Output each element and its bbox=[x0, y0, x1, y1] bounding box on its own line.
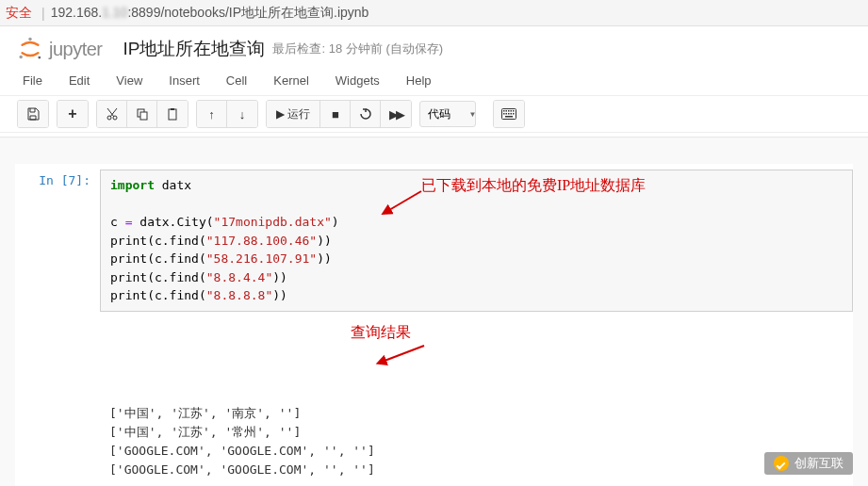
keyboard-icon bbox=[501, 108, 516, 120]
svg-rect-13 bbox=[511, 110, 513, 112]
paste-button[interactable] bbox=[157, 101, 188, 127]
svg-rect-18 bbox=[511, 113, 513, 115]
security-warning: 安全 bbox=[6, 5, 32, 22]
annotation-db-label: 已下载到本地的免费IP地址数据库 bbox=[421, 174, 646, 197]
menu-file[interactable]: File bbox=[23, 73, 42, 88]
output-line: ['中国', '江苏', '南京', ''] bbox=[109, 404, 843, 423]
notebook-container: In [7]: 已下载到本地的免费IP地址数据库 import datx c =… bbox=[0, 137, 868, 486]
save-icon bbox=[26, 107, 40, 121]
svg-line-21 bbox=[389, 191, 421, 210]
menu-edit[interactable]: Edit bbox=[69, 73, 90, 88]
jupyter-logo-text: jupyter bbox=[49, 39, 103, 60]
menu-insert[interactable]: Insert bbox=[169, 73, 200, 88]
watermark: 创新互联 bbox=[764, 452, 853, 475]
menu-help[interactable]: Help bbox=[406, 73, 432, 88]
svg-rect-19 bbox=[513, 113, 515, 115]
copy-icon bbox=[136, 107, 149, 121]
move-down-button[interactable]: ↓ bbox=[227, 101, 257, 127]
code-line: print(c.find("8.8.8.8")) bbox=[110, 286, 843, 305]
output-line: ['GOOGLE.COM', 'GOOGLE.COM', '', ''] bbox=[109, 442, 843, 461]
svg-rect-20 bbox=[505, 116, 513, 118]
svg-rect-6 bbox=[140, 112, 147, 120]
arrow-up-icon: ↑ bbox=[208, 107, 215, 122]
code-line: print(c.find("8.8.4.4")) bbox=[110, 268, 843, 287]
checkpoint-status: 最后检查: 18 分钟前 (自动保存) bbox=[272, 40, 443, 57]
svg-line-22 bbox=[385, 346, 424, 361]
restart-icon bbox=[359, 107, 372, 121]
notebook-header: jupyter IP地址所在地查询 最后检查: 18 分钟前 (自动保存) bbox=[0, 26, 868, 68]
annotation-arrow-1 bbox=[384, 189, 431, 223]
output-area: 查询结果 ['中国', '江苏', '南京', '']['中国', '江苏', … bbox=[100, 323, 853, 486]
scissors-icon bbox=[106, 107, 119, 121]
run-label: 运行 bbox=[287, 106, 310, 122]
output-cell: . 查询结果 ['中国', '江苏', '南京', '']['中国', '江苏'… bbox=[15, 317, 853, 487]
svg-rect-7 bbox=[169, 109, 176, 120]
svg-point-2 bbox=[38, 57, 41, 59]
annotation-arrow-2 bbox=[305, 323, 432, 391]
jupyter-icon bbox=[17, 36, 43, 62]
svg-rect-16 bbox=[506, 113, 508, 115]
svg-point-0 bbox=[28, 38, 32, 41]
command-palette-button[interactable] bbox=[494, 101, 524, 127]
svg-rect-12 bbox=[508, 110, 510, 112]
svg-point-1 bbox=[19, 56, 23, 59]
celltype-select[interactable]: 代码 bbox=[419, 101, 476, 127]
notebook-title[interactable]: IP地址所在地查询 bbox=[123, 37, 266, 61]
run-button[interactable]: ▶ 运行 bbox=[267, 101, 320, 127]
output-line: ['GOOGLE.COM', 'GOOGLE.COM', '', ''] bbox=[109, 461, 843, 479]
plus-icon: + bbox=[68, 105, 76, 122]
stop-icon: ■ bbox=[332, 107, 339, 122]
run-icon: ▶ bbox=[276, 107, 285, 121]
svg-rect-17 bbox=[508, 113, 510, 115]
output-line: ['中国', '江苏', '常州', ''] bbox=[109, 423, 843, 442]
code-line: print(c.find("58.216.107.91")) bbox=[110, 250, 843, 268]
add-cell-button[interactable]: + bbox=[57, 101, 88, 127]
svg-rect-10 bbox=[503, 110, 505, 112]
menu-cell[interactable]: Cell bbox=[226, 73, 247, 88]
paste-icon bbox=[166, 107, 179, 121]
code-cell[interactable]: In [7]: 已下载到本地的免费IP地址数据库 import datx c =… bbox=[15, 164, 853, 317]
stop-button[interactable]: ■ bbox=[320, 101, 351, 127]
copy-button[interactable] bbox=[127, 101, 157, 127]
fast-forward-icon: ▶▶ bbox=[389, 107, 402, 122]
save-button[interactable] bbox=[18, 101, 48, 127]
svg-rect-11 bbox=[506, 110, 508, 112]
url-text[interactable]: 192.168.1.10:8899/notebooks/IP地址所在地查询.ip… bbox=[51, 5, 369, 22]
menu-kernel[interactable]: Kernel bbox=[273, 73, 309, 88]
code-line: print(c.find("117.88.100.46")) bbox=[110, 232, 843, 251]
svg-rect-8 bbox=[171, 108, 174, 110]
input-prompt: In [7]: bbox=[15, 170, 100, 312]
watermark-text: 创新互联 bbox=[794, 455, 843, 472]
code-input-area[interactable]: 已下载到本地的免费IP地址数据库 import datx c = datx.Ci… bbox=[100, 170, 853, 312]
restart-button[interactable] bbox=[351, 101, 381, 127]
menu-view[interactable]: View bbox=[116, 73, 142, 88]
jupyter-logo[interactable]: jupyter bbox=[17, 36, 103, 62]
code-line bbox=[110, 195, 843, 214]
separator: | bbox=[41, 6, 45, 21]
menu-widgets[interactable]: Widgets bbox=[336, 73, 380, 88]
code-line: c = datx.City("17monipdb.datx") bbox=[110, 213, 843, 232]
menu-bar: FileEditViewInsertCellKernelWidgetsHelp bbox=[0, 68, 868, 96]
arrow-down-icon: ↓ bbox=[239, 107, 246, 122]
move-up-button[interactable]: ↑ bbox=[197, 101, 227, 127]
cut-button[interactable] bbox=[97, 101, 127, 127]
restart-run-all-button[interactable]: ▶▶ bbox=[381, 101, 411, 127]
svg-rect-15 bbox=[503, 113, 505, 115]
svg-rect-14 bbox=[513, 110, 515, 112]
address-bar: 安全 | 192.168.1.10:8899/notebooks/IP地址所在地… bbox=[0, 0, 868, 26]
toolbar: + ↑ ↓ ▶ 运行 ■ ▶▶ 代码 bbox=[0, 96, 868, 133]
watermark-icon bbox=[774, 456, 789, 471]
